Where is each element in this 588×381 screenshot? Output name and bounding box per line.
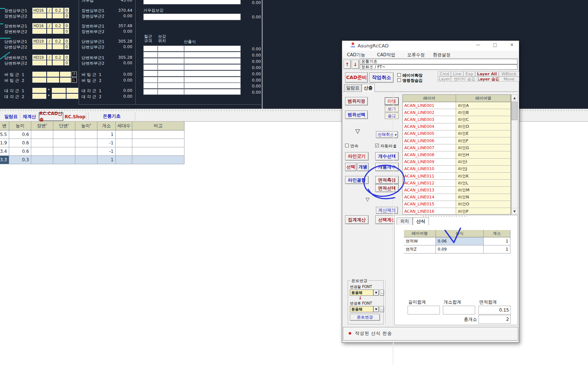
cad-prepare-button[interactable]: CAD준비 [345,72,368,83]
sheet-cell[interactable]: -1 [97,139,116,147]
font-before-more-button[interactable]: ... [380,290,384,296]
layer-scrollbar[interactable]: ▲ ▼ [511,94,518,215]
layer-row-alias[interactable]: 라인N [456,194,511,201]
diag-input[interactable] [67,88,78,93]
close-button[interactable]: ✕ [508,42,516,49]
font-after-more-button[interactable]: ... [380,306,384,312]
sheet-cell[interactable] [75,139,97,147]
mini-button-move[interactable]: Move [499,76,519,82]
layer-row-alias[interactable]: 라인G [456,144,511,151]
sheet-cell[interactable] [116,147,132,156]
mini-button-wblock[interactable]: WBlock [499,71,519,76]
layer-row-alias[interactable]: 라인J [456,166,511,173]
slash-input[interactable]: / [47,39,52,44]
sheet-cell[interactable]: 1 [97,156,116,164]
sheet-tab-2[interactable]: 재계산 [21,112,38,121]
layer-row-alias[interactable]: 라인H [456,151,511,158]
strut-input[interactable] [60,78,71,83]
nav-field-2[interactable]: 정화조 / FT~ [360,64,517,70]
layer-row-name[interactable]: ACAN_LINE007 [403,144,456,151]
sheet-cell[interactable]: 0.6 [9,147,31,156]
mini-button-layer-숨김[interactable]: Layer 숨김 [478,76,499,82]
layer-row-name[interactable]: ACAN_LINE009 [403,159,456,166]
scroll-down-icon[interactable]: ▼ [512,208,517,214]
layer-row-name[interactable]: ACAN_LINE011 [403,173,456,180]
rebar-spec-input[interactable] [32,13,46,18]
sheet-cell[interactable] [31,147,53,156]
slash-input[interactable] [47,13,52,18]
calc-cell-pos[interactable] [158,46,184,51]
calc-cell-pos[interactable] [158,83,184,89]
tab-formula[interactable]: 산식 [413,217,429,225]
spacing-input[interactable] [53,29,64,34]
spacing-input[interactable]: 0.2 [53,23,64,28]
strut-input[interactable] [47,78,59,83]
slash-input[interactable] [47,29,52,34]
select-button[interactable]: 선택 [345,163,356,171]
area-select-button[interactable]: 면적선택 [375,184,399,192]
calc-cell-spec[interactable] [143,77,158,83]
calc-cell-spec[interactable] [143,58,158,64]
autolabel-checkbox[interactable]: ✓ [375,144,379,147]
area-row-count[interactable]: 1 [484,245,510,254]
calc-cell-formula[interactable] [184,71,241,76]
calc-cell-spec[interactable] [143,89,158,95]
diag-input[interactable] [32,94,46,99]
calc-cell-spec[interactable] [143,46,158,51]
layer-row-name[interactable]: ACAN_LINE013 [403,187,456,194]
font-before-dropdown-icon[interactable]: ▼ [373,290,379,296]
layer-row-name[interactable]: ACAN_LINE006 [403,137,456,144]
layer-row-name[interactable]: ACAN_LINE003 [403,116,456,123]
font-after-combo[interactable]: 돋움체 [350,306,373,312]
sheet-cell[interactable] [116,130,132,139]
layer-row-name[interactable]: ACAN_LINE004 [403,123,456,130]
layer-row-name[interactable]: ACAN_LINE002 [403,109,456,116]
area-row-count[interactable]: 1 [484,237,510,245]
calc-cell-spec[interactable] [143,71,158,76]
slash-input[interactable]: / [47,23,52,28]
sheet-cell[interactable] [53,130,75,139]
count-input[interactable]: 0 [64,39,69,44]
layer-row-alias[interactable]: 라인O [456,201,511,208]
sheet-cell[interactable] [132,147,184,156]
layer-row-alias[interactable]: 라인I [456,159,511,166]
totals-field-0[interactable] [408,306,440,314]
count-input[interactable]: 0 [64,8,69,13]
sheet-cell[interactable]: 3.3 [0,156,9,164]
formwork-input[interactable] [143,14,241,20]
layer-row-name[interactable]: ACAN_LINE016 [403,208,456,215]
sheet-cell[interactable]: 15.5 [0,130,9,139]
rebar-spec-input[interactable] [32,44,46,49]
layer-row-alias[interactable]: 라인F [456,137,511,144]
calc-cell-formula[interactable] [184,64,241,70]
calc-cell-pos[interactable] [158,71,184,76]
calc-cell-pos[interactable] [158,52,184,58]
sheet-cell[interactable]: 3.4 [0,147,9,156]
sheet-cell[interactable]: 1.9 [0,139,9,147]
cmd-hide-checkbox[interactable] [397,78,401,82]
spacing-input[interactable]: 0.2 [53,55,64,60]
strut-input[interactable] [60,72,71,77]
label-btn-button[interactable]: 라벨 [385,97,399,105]
calc-cell-formula[interactable] [184,58,241,64]
mini-button-엔티티-숨김[interactable]: 엔티티 숨김 [451,76,478,82]
diag-input[interactable] [52,88,66,93]
slash-input[interactable] [47,60,52,65]
count-input[interactable]: 0 [64,13,69,18]
menu-3[interactable]: 오류수정 [407,52,425,58]
strut-input[interactable] [32,78,46,83]
sheet-tab-3[interactable]: RC.CAD산출 [39,112,63,121]
layer-row-alias[interactable]: 라인L [456,180,511,187]
sheet-cell[interactable] [31,130,53,139]
slash-input[interactable]: / [47,55,52,60]
area-row-formula[interactable]: 0.06 [436,237,484,245]
dropdown-arrow-icon[interactable]: ▾ [395,133,397,137]
individual-button[interactable]: 개별 [357,163,369,171]
sheet-cell[interactable] [132,139,184,147]
rebar-spec-input[interactable]: HD16 [32,23,46,28]
spacing-input[interactable]: 0.2 [53,8,64,13]
sheet-cell[interactable] [53,139,75,147]
calc-cell-pos[interactable] [158,64,184,70]
sheet-cell[interactable]: 1 [97,130,116,139]
range-select-button[interactable]: 범위선택 [345,111,368,119]
